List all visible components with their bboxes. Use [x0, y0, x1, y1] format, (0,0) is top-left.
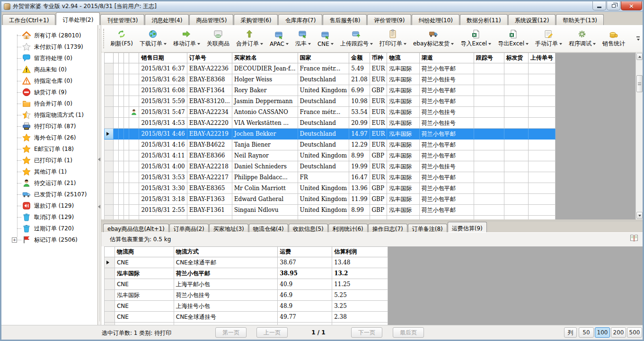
- sidebar-item-2[interactable]: 未付款订单 (1739): [1, 41, 97, 52]
- order-row-11[interactable]: 2015/8/31 3:53EBAY-A22217Philippe Baldac…: [105, 172, 556, 183]
- order-row-7[interactable]: 2015/8/31 4:46EBAY-A22219Jochen BekkerDe…: [105, 129, 556, 140]
- shipping-row-3[interactable]: CNE上海平邮小包40.911.25: [105, 279, 388, 290]
- minimize-button[interactable]: [592, 1, 606, 10]
- detail-tab-7[interactable]: 操作日志(7): [368, 224, 407, 232]
- order-row-8[interactable]: 2015/8/31 4:16EBAY-B4622Tanja BienerDeut…: [105, 140, 556, 150]
- column-header-11[interactable]: 上传单号: [528, 53, 555, 63]
- sidebar-item-9[interactable]: 待打印订单 (87): [1, 121, 97, 132]
- splitter-collapse-icon[interactable]: [98, 157, 100, 161]
- order-row-3[interactable]: 2015/8/31 6:08EBAY-F1364Rory BakerUnited…: [105, 85, 556, 96]
- order-row-5[interactable]: 2015/8/31 5:47EBAY-A22234Antonio CASSANO…: [105, 107, 556, 118]
- sidebar-item-17[interactable]: 取消订单 (129): [1, 211, 97, 223]
- dropdown-arrow-icon[interactable]: [451, 43, 454, 45]
- toolbar-overflow-button[interactable]: [635, 29, 642, 48]
- column-header-8[interactable]: 渠道: [419, 53, 474, 63]
- menu-tab-2[interactable]: 订单处理(2): [56, 12, 100, 25]
- toolbar-button-15-gear[interactable]: 程序调试: [565, 28, 599, 49]
- scrollbar-thumb[interactable]: [636, 75, 643, 92]
- toolbar-button-13-excel[interactable]: 导出Excel: [494, 28, 532, 49]
- sidebar-item-19[interactable]: +标记订单 (2506): [1, 234, 97, 245]
- toolbar-button-12-excel[interactable]: 导入Excel: [457, 28, 494, 49]
- menu-tab-11[interactable]: 数据分析(11): [460, 14, 508, 25]
- scroll-down-button[interactable]: [636, 212, 643, 219]
- splitter-collapse-icon[interactable]: [98, 205, 100, 209]
- column-header-2[interactable]: 订单号: [187, 53, 232, 63]
- book-icon[interactable]: [629, 234, 639, 243]
- last-page-button[interactable]: 最后页: [393, 327, 424, 338]
- sidebar-item-6[interactable]: 缺货订单 (9): [1, 87, 97, 98]
- order-row-14[interactable]: 2015/8/31 2:55EBAY-F1361Singani NdlovuUn…: [105, 205, 556, 216]
- sidebar-item-8[interactable]: 待指定物流方式 (1): [1, 109, 97, 121]
- scroll-up-button[interactable]: [636, 53, 643, 60]
- orders-vertical-scrollbar[interactable]: [635, 52, 643, 219]
- menu-tab-3[interactable]: 刊登管理(3): [100, 14, 144, 25]
- sidebar-item-13[interactable]: 其他订单 (1): [1, 166, 97, 177]
- toolbar-button-14-notepad[interactable]: 手动订单: [532, 28, 565, 49]
- page-size-button-200[interactable]: 200: [611, 327, 626, 338]
- order-row-10[interactable]: 2015/8/31 4:00EBAY-A22218Daniel Schniede…: [105, 161, 556, 172]
- menu-tab-12[interactable]: 系统设置(12): [508, 14, 556, 25]
- shipping-column-header-3[interactable]: 运费: [278, 247, 332, 257]
- menu-tab-1[interactable]: 工作台(Ctrl+1): [2, 14, 55, 25]
- order-row-9[interactable]: 2015/8/31 4:11EBAY-E8366Neil RaynorUnite…: [105, 150, 556, 161]
- toolbar-button-5-arrow-up[interactable]: 合并订单: [233, 28, 266, 49]
- toolbar-button-11-truck2[interactable]: ebay标记发货: [410, 28, 457, 49]
- menu-tab-7[interactable]: 仓库库存(7): [278, 14, 322, 25]
- dropdown-arrow-icon[interactable]: [526, 43, 529, 45]
- dropdown-arrow-icon[interactable]: [260, 43, 263, 45]
- dropdown-arrow-icon[interactable]: [488, 43, 491, 45]
- dropdown-arrow-icon[interactable]: [370, 43, 373, 45]
- dropdown-arrow-icon[interactable]: [197, 43, 200, 45]
- menu-tab-9[interactable]: 评价管理(9): [367, 14, 411, 25]
- sidebar-item-5[interactable]: 待指定仓库 (0): [1, 75, 97, 87]
- sidebar-item-15[interactable]: 已发货订单 (25107): [1, 189, 97, 200]
- column-header-9[interactable]: 跟踪号: [474, 53, 504, 63]
- column-header-5[interactable]: 金额: [349, 53, 370, 63]
- page-size-button-500[interactable]: 500: [627, 327, 642, 338]
- detail-tab-6[interactable]: 利润统计(6): [328, 224, 368, 232]
- toolbar-button-9-card-up[interactable]: 上传跟踪号: [337, 28, 376, 49]
- sidebar-item-18[interactable]: 过期订单 (720): [1, 223, 97, 234]
- shipping-row-2[interactable]: 泓丰国际荷兰小包平邮38.9513.2: [105, 268, 388, 279]
- sidebar-item-12[interactable]: 已打印订单 (1): [1, 155, 97, 166]
- menu-tab-6[interactable]: 采购管理(6): [234, 14, 278, 25]
- menu-tab-5[interactable]: 商品管理(5): [189, 14, 233, 25]
- shipping-row-6[interactable]: CNECNE全球通挂号49.772.38: [105, 312, 388, 323]
- toolbar-button-2-globe[interactable]: 下载订单: [136, 28, 170, 49]
- order-row-4[interactable]: 2015/8/31 5:59EBAY-83120...Jasmin Depper…: [105, 96, 556, 107]
- column-header-4[interactable]: 国家: [298, 53, 349, 63]
- detail-tab-9[interactable]: 运费估算(9): [448, 222, 487, 232]
- toolbar-button-6-card[interactable]: APAC: [266, 29, 292, 49]
- tree-expander-icon[interactable]: +: [12, 237, 17, 243]
- order-row-6[interactable]: 2015/8/31 4:53EBAY-A22220VIA Werkstätten…: [105, 118, 556, 129]
- column-header-10[interactable]: 标发货: [504, 53, 528, 63]
- next-page-button[interactable]: 下一页: [351, 327, 382, 338]
- column-header-6[interactable]: 币种: [370, 53, 387, 63]
- page-size-button-50[interactable]: 50: [579, 327, 594, 338]
- menu-tab-4[interactable]: 消息处理(4): [145, 14, 189, 25]
- dropdown-arrow-icon[interactable]: [331, 43, 334, 45]
- detail-tab-5[interactable]: 收款信息(5): [289, 224, 328, 232]
- order-row-1[interactable]: 2015/8/31 6:37EBAY-A22236DECOUDIER Jean-…: [105, 63, 556, 74]
- detail-tab-4[interactable]: 物流仓储(4): [249, 224, 288, 232]
- prev-page-button[interactable]: 上一页: [256, 327, 288, 338]
- shipping-column-header-4[interactable]: 估算利润: [332, 247, 388, 257]
- shipping-row-4[interactable]: 泓丰国际荷兰小包挂号46.95.25: [105, 290, 388, 301]
- shipping-column-header-2[interactable]: 物流方式: [174, 247, 278, 257]
- toolbar-button-8-card[interactable]: CNE: [314, 29, 337, 49]
- menu-tab-8[interactable]: 售后服务(8): [323, 14, 367, 25]
- dropdown-arrow-icon[interactable]: [286, 43, 289, 45]
- toolbar-button-16-coins[interactable]: 销售统计: [599, 28, 628, 49]
- sidebar-item-1[interactable]: 所有订单 (28010): [1, 30, 97, 41]
- restore-button[interactable]: [607, 1, 620, 10]
- sidebar-item-11[interactable]: E邮宝订单 (18): [1, 143, 97, 155]
- shipping-row-1[interactable]: CNECNE全球通平邮38.6713.48: [105, 257, 388, 268]
- column-header-7[interactable]: 物流: [387, 53, 419, 63]
- order-row-12[interactable]: 2015/8/31 3:30EBAY-E8365Mr Colin Marriot…: [105, 183, 556, 194]
- menu-tab-10[interactable]: 纠纷处理(10): [412, 14, 459, 25]
- dropdown-arrow-icon[interactable]: [559, 43, 562, 45]
- order-row-2[interactable]: 2015/8/31 6:28EBAY-E8368Holger WeissDeut…: [105, 74, 556, 85]
- toolbar-button-10-clipboard[interactable]: 打印订单: [376, 28, 410, 49]
- toolbar-button-4-link[interactable]: 关联商品: [203, 28, 233, 49]
- dropdown-arrow-icon[interactable]: [404, 43, 406, 45]
